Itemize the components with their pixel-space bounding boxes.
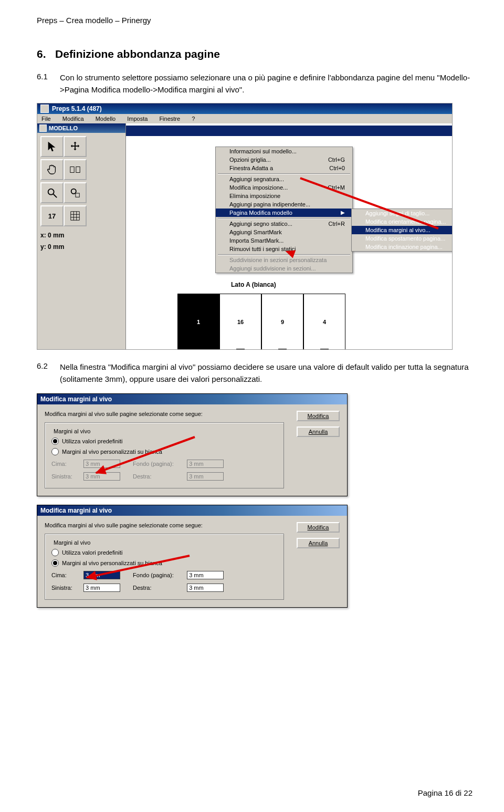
radio-default[interactable] xyxy=(51,438,59,445)
page-strip: 1 16 9 4 xyxy=(177,294,345,350)
dialog-bleed-custom: Modifica margini al vivo Modifica margin… xyxy=(37,505,348,608)
tool-number[interactable]: 17 xyxy=(40,205,64,226)
bottom-input: 3 mm xyxy=(187,460,224,468)
radio-default-label: Utilizza valori predefiniti xyxy=(62,438,123,444)
left-label: Sinistra: xyxy=(51,585,82,591)
menu-item-pagemod[interactable]: Pagina Modifica modello▶ Aggiungi segni … xyxy=(216,209,352,217)
right-input: 3 mm xyxy=(187,472,224,481)
canvas-area: Informazioni sul modello... Opzioni grig… xyxy=(126,123,452,349)
fieldset-legend: Margini al vivo xyxy=(51,539,92,546)
bottom-label: Fondo (pagina): xyxy=(133,461,185,467)
para-text: Nella finestra "Modifica margini al vivo… xyxy=(60,361,472,385)
para-number: 6.2 xyxy=(37,361,60,385)
app-title: Preps 5.1.4 (487) xyxy=(52,105,102,112)
tool-grid-icon[interactable] xyxy=(64,159,87,180)
right-label: Destra: xyxy=(133,473,185,480)
coord-y: y: 0 mm xyxy=(37,241,125,253)
radio-custom[interactable] xyxy=(51,448,59,455)
right-input[interactable]: 3 mm xyxy=(187,584,224,592)
bottom-label: Fondo (pagina): xyxy=(133,572,185,578)
modify-button[interactable]: Modifica xyxy=(297,522,340,533)
coord-x: x: 0 mm xyxy=(37,230,125,241)
page-thumb[interactable]: 16 xyxy=(219,294,261,350)
menu-item-info[interactable]: Informazioni sul modello... xyxy=(216,147,352,155)
cancel-button[interactable]: Annulla xyxy=(297,538,340,548)
modify-button[interactable]: Modifica xyxy=(297,411,340,421)
side-label: Lato A (bianca) xyxy=(231,281,276,288)
svg-point-4 xyxy=(71,189,76,194)
menu-item-addind[interactable]: Aggiungi pagina indipendente... xyxy=(216,200,352,209)
modello-label: MODELLO xyxy=(49,125,78,131)
svg-point-2 xyxy=(48,189,54,195)
tool-move[interactable] xyxy=(64,136,87,157)
app-icon xyxy=(40,105,49,113)
submenu-shift[interactable]: Modifica spostamento pagina... xyxy=(352,234,453,243)
fieldset-margins: Margini al vivo Utilizza valori predefin… xyxy=(45,534,284,600)
menu-item-subdiv: Suddivisione in sezioni personalizzata xyxy=(216,256,352,264)
menu-finestre[interactable]: Finestre xyxy=(157,115,182,122)
para-number: 6.1 xyxy=(37,72,60,96)
radio-custom[interactable] xyxy=(51,559,59,567)
app-titlebar: Preps 5.1.4 (487) xyxy=(37,103,452,114)
svg-rect-0 xyxy=(70,167,74,173)
tool-zoomfit[interactable] xyxy=(64,182,87,203)
section-heading: 6. Definizione abbondanza pagine xyxy=(37,48,472,60)
menu-item-addsub: Aggiungi suddivisione in sezioni... xyxy=(216,264,352,273)
menu-modifica[interactable]: Modifica xyxy=(60,115,86,122)
menu-item-grid[interactable]: Opzioni griglia...Ctrl+G xyxy=(216,155,352,164)
dialog-title: Modifica margini al vivo xyxy=(37,505,347,516)
canvas-topbar xyxy=(126,126,452,136)
menu-item-addstat[interactable]: Aggiungi segno statico...Ctrl+R xyxy=(216,220,352,228)
menu-item-addsmart[interactable]: Aggiungi SmartMark xyxy=(216,228,352,236)
menu-imposta[interactable]: Imposta xyxy=(125,115,150,122)
menubar[interactable]: File Modifica Modello Imposta Finestre ? xyxy=(37,114,452,123)
section-number: 6. xyxy=(37,48,46,60)
bottom-input[interactable]: 3 mm xyxy=(187,571,224,579)
fieldset-margins: Margini al vivo Utilizza valori predefin… xyxy=(45,422,284,488)
fieldset-legend: Margini al vivo xyxy=(51,428,92,434)
left-input[interactable]: 3 mm xyxy=(83,584,120,592)
menu-item-remstat[interactable]: Rimuovi tutti i segni statici xyxy=(216,245,352,253)
cancel-button[interactable]: Annulla xyxy=(297,426,340,437)
tool-grid2-icon[interactable] xyxy=(64,205,87,226)
page-thumb[interactable]: 9 xyxy=(261,294,303,350)
menu-item-impsmart[interactable]: Importa SmartMark... xyxy=(216,236,352,245)
submenu-tilt[interactable]: Modifica inclinazione pagina... xyxy=(352,243,453,251)
radio-default[interactable] xyxy=(51,549,59,556)
dialog-instruction: Modifica margini al vivo sulle pagine se… xyxy=(45,411,340,417)
menu-help[interactable]: ? xyxy=(190,115,197,122)
right-label: Destra: xyxy=(133,585,185,591)
menu-modello[interactable]: Modello xyxy=(93,115,118,122)
modello-bar: MODELLO xyxy=(37,123,125,133)
submenu-orient[interactable]: Modifica orientamento pagina... xyxy=(352,217,453,226)
menu-file[interactable]: File xyxy=(39,115,53,122)
tool-panel: MODELLO xyxy=(37,123,126,349)
para-text: Con lo strumento selettore possiamo sele… xyxy=(60,72,472,96)
svg-rect-5 xyxy=(76,193,79,197)
section-title: Definizione abbondanza pagine xyxy=(55,48,220,60)
screenshot-preps-window: Preps 5.1.4 (487) File Modifica Modello … xyxy=(37,103,453,350)
modello-icon xyxy=(39,124,47,132)
dialog-title: Modifica margini al vivo xyxy=(37,394,347,404)
dialog-instruction: Modifica margini al vivo sulle pagine se… xyxy=(45,522,340,528)
doc-header: Preps – Crea modello – Prinergy xyxy=(37,16,472,25)
svg-rect-1 xyxy=(76,167,80,173)
page-thumb-selected[interactable]: 1 xyxy=(177,294,219,350)
page-thumb[interactable]: 4 xyxy=(303,294,345,350)
menu-item-fit[interactable]: Finestra Adatta aCtrl+0 xyxy=(216,164,352,172)
tool-zoom[interactable] xyxy=(40,182,64,203)
dialog-bleed-default: Modifica margini al vivo Modifica margin… xyxy=(37,393,348,496)
left-label: Sinistra: xyxy=(51,473,82,480)
menu-item-addsig[interactable]: Aggiungi segnatura... xyxy=(216,175,352,183)
menu-item-delimp[interactable]: Elimina imposizione xyxy=(216,192,352,200)
top-label: Cima: xyxy=(51,572,82,578)
page-footer: Pagina 16 di 22 xyxy=(418,788,472,797)
svg-line-3 xyxy=(54,194,57,197)
tool-arrow[interactable] xyxy=(40,136,64,157)
radio-default-label: Utilizza valori predefiniti xyxy=(62,549,123,556)
tool-hand[interactable] xyxy=(40,159,64,180)
top-label: Cima: xyxy=(51,461,82,467)
